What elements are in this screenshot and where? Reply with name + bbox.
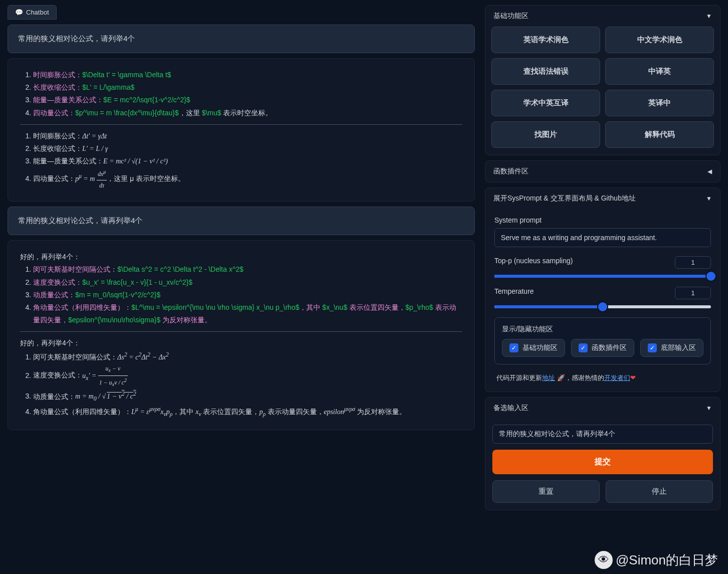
topp-label: Top-p (nucleus sampling) (494, 257, 573, 265)
system-prompt-label: System prompt (494, 216, 711, 224)
formula-item: 闵可夫斯基时空间隔公式：$\Delta s^2 = c^2 \Delta t^2… (33, 263, 462, 276)
function-button[interactable]: 学术中英互译 (491, 90, 600, 116)
formula-item: 动质量公式：m = m0 / √1 − v2 / c2 (33, 389, 462, 404)
formula-item: 能量—质量关系公式：$E = mc^2/\sqrt{1-v^2/c^2}$ (33, 94, 462, 106)
input-section-header[interactable]: 备选输入区 ▼ (485, 398, 720, 419)
stop-button[interactable]: 停止 (606, 480, 713, 503)
formula-item: 能量—质量关系公式：E = mc² / √(1 − v² / c²) (33, 155, 462, 167)
function-button[interactable]: 中译英 (605, 58, 714, 85)
checkbox-icon: ✓ (579, 343, 588, 352)
checkbox-icon: ✓ (648, 343, 657, 352)
system-prompt-input[interactable] (494, 228, 711, 247)
formula-item: 长度收缩公式：$L' = L/\gamma$ (33, 81, 462, 94)
function-button[interactable]: 中文学术润色 (605, 27, 714, 53)
reset-button[interactable]: 重置 (492, 480, 600, 503)
function-button[interactable]: 英译中 (605, 90, 714, 116)
visibility-checkgroup: 显示/隐藏功能区 ✓基础功能区✓函数插件区✓底部输入区 (494, 317, 711, 364)
footer-links: 代码开源和更新地址 🚀，感谢热情的开发者们❤ (494, 373, 711, 382)
function-button[interactable]: 找图片 (491, 121, 600, 148)
formula-item: 四动量公式：$p^\mu = m \frac{dx^\mu}{d\tau}$，这… (33, 107, 462, 119)
formula-item: 角动量公式（利用四维矢量）：Lμ = εμνρσxνpρ，其中 xν 表示位置四… (33, 404, 462, 419)
chevron-left-icon: ◀ (707, 168, 712, 175)
chat-icon: 💬 (15, 9, 23, 16)
function-button[interactable]: 解释代码 (605, 121, 714, 148)
alt-input[interactable] (492, 425, 713, 444)
formula-item: 时间膨胀公式：Δt' = γΔt (33, 130, 462, 142)
temperature-slider[interactable] (494, 305, 711, 308)
function-button[interactable]: 英语学术润色 (491, 27, 600, 53)
tab-chatbot[interactable]: 💬 Chatbot (8, 5, 57, 20)
visibility-label: 显示/隐藏功能区 (502, 325, 703, 334)
formula-item: 四动量公式：pμ = m dxμdτ，这里 μ 表示时空坐标。 (33, 167, 462, 191)
basic-functions-header[interactable]: 基础功能区 ▼ (485, 6, 720, 27)
plugin-header[interactable]: 函数插件区 ◀ (485, 161, 720, 182)
sysprompt-header[interactable]: 展开SysPrompt & 交互界面布局 & Github地址 ▼ (485, 188, 720, 209)
weibo-icon: 👁 (595, 551, 613, 569)
formula-item: 长度收缩公式：L' = L / γ (33, 142, 462, 155)
formula-item: 闵可夫斯基时空间隔公式：Δs2 = c2Δt2 − Δx2 (33, 349, 462, 363)
watermark: 👁 @Simon的白日梦 (595, 551, 718, 569)
formula-item: 时间膨胀公式：$\Delta t' = \gamma \Delta t$ (33, 69, 462, 81)
bot2-intro: 好的，再列举4个： (20, 251, 462, 263)
rocket-icon: 🚀 (557, 374, 565, 381)
topp-value[interactable]: 1 (675, 256, 711, 269)
checkbox-icon: ✓ (509, 343, 518, 352)
contributors-link[interactable]: 开发者们 (604, 374, 630, 381)
formula-item: 速度变换公式：$u_x' = \frac{u_x - v}{1 - u_xv/c… (33, 276, 462, 289)
topp-slider[interactable] (494, 275, 711, 278)
input-section: 备选输入区 ▼ 提交 重置 停止 (485, 397, 720, 510)
sysprompt-section: 展开SysPrompt & 交互界面布局 & Github地址 ▼ System… (485, 187, 720, 392)
bot-message-1: 时间膨胀公式：$\Delta t' = \gamma \Delta t$长度收缩… (8, 58, 475, 202)
visibility-checkbox[interactable]: ✓基础功能区 (502, 339, 565, 357)
temperature-value[interactable]: 1 (675, 287, 711, 299)
tab-label: Chatbot (26, 9, 49, 16)
submit-button[interactable]: 提交 (492, 450, 713, 474)
function-button[interactable]: 查找语法错误 (491, 58, 600, 85)
formula-item: 角动量公式（利用四维矢量）：$L^\mu = \epsilon^{\mu \nu… (33, 301, 462, 326)
plugin-section: 函数插件区 ◀ (485, 160, 720, 182)
heart-icon: ❤ (630, 374, 636, 381)
repo-link[interactable]: 地址 (542, 374, 555, 381)
basic-functions-section: 基础功能区 ▼ 英语学术润色中文学术润色查找语法错误中译英学术中英互译英译中找图… (485, 5, 720, 155)
formula-item: 速度变换公式：ux' = ux − v1 − uxv / c2 (33, 363, 462, 389)
chevron-down-icon: ▼ (706, 195, 712, 202)
bot2-intro2: 好的，再列举4个： (20, 337, 462, 349)
visibility-checkbox[interactable]: ✓函数插件区 (571, 339, 634, 357)
chevron-down-icon: ▼ (706, 13, 712, 20)
bot-message-2: 好的，再列举4个： 闵可夫斯基时空间隔公式：$\Delta s^2 = c^2 … (8, 240, 475, 430)
chevron-down-icon: ▼ (706, 405, 712, 412)
user-message-1: 常用的狭义相对论公式，请列举4个 (8, 25, 475, 53)
temperature-label: Temperature (494, 287, 534, 295)
visibility-checkbox[interactable]: ✓底部输入区 (640, 339, 703, 357)
formula-item: 动质量公式：$m = m_0/\sqrt{1-v^2/c^2}$ (33, 289, 462, 301)
user-message-2: 常用的狭义相对论公式，请再列举4个 (8, 207, 475, 235)
